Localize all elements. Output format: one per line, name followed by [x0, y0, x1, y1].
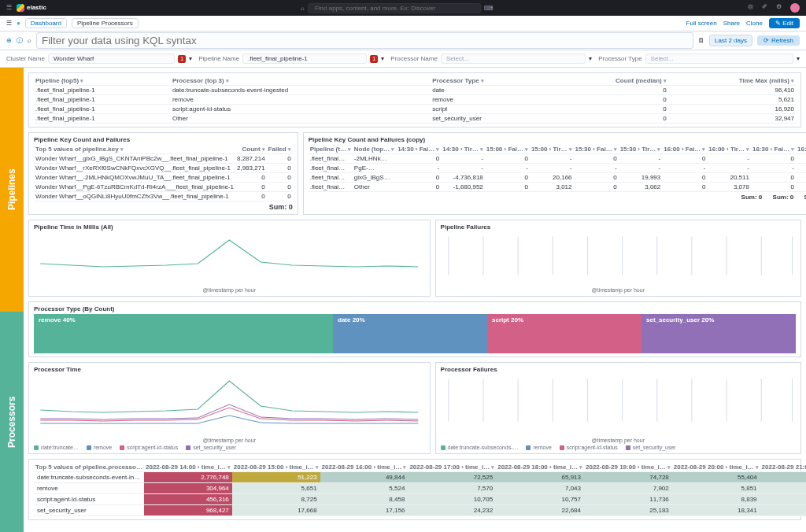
- pencil-icon: ✎: [775, 20, 782, 27]
- pipeline-keycount-table: Top 5 values of pipeline.keyCountFailedW…: [34, 145, 293, 201]
- column-header[interactable]: Pipeline (top5): [34, 76, 171, 86]
- table-row[interactable]: .fleet_final_pipeline-1Otherset_security…: [34, 114, 796, 124]
- table-row[interactable]: Wonder Wharf__-2MLHNkQMOXvwJMuU_TA__.fle…: [34, 173, 293, 183]
- info-icon[interactable]: ⓘ: [17, 36, 23, 45]
- cluster-name-label: Cluster Name: [6, 55, 45, 62]
- chevron-down-icon[interactable]: ▾: [381, 55, 384, 62]
- action-fullscreen[interactable]: Full screen: [686, 20, 717, 27]
- cluster-name-select[interactable]: Wonder Wharf: [48, 54, 175, 64]
- column-header[interactable]: 2022-08-29 20:00 › time_i…: [672, 463, 760, 472]
- processor-name-select[interactable]: Select...: [441, 54, 586, 64]
- column-header[interactable]: 2022-08-29 15:00 › time_i…: [232, 463, 320, 472]
- query-bar: ⊕ ⓘ ⌕ 🗓 Last 2 days ⟳Refresh: [0, 31, 806, 50]
- chevron-down-icon[interactable]: ▾: [589, 55, 592, 62]
- refresh-button[interactable]: ⟳Refresh: [757, 35, 800, 46]
- column-header[interactable]: 2022-08-29 19:00 › time_i…: [584, 463, 672, 472]
- column-header[interactable]: 15:00 › Fai…: [485, 145, 530, 154]
- column-header[interactable]: Top 5 values of pipeline.processor.name: [34, 463, 144, 472]
- pipeline-count-badge: 1: [370, 55, 378, 63]
- breadcrumb-dashboard[interactable]: Dashboard: [25, 18, 67, 28]
- column-header[interactable]: 2022-08-29 17:00 › time_i…: [408, 463, 496, 472]
- panel-title: Pipeline Failures: [441, 224, 796, 231]
- processor-type-panel: Processor Type (By Count) remove 40% dat…: [28, 301, 801, 357]
- panel-title: Processor Type (By Count): [34, 305, 796, 312]
- column-header[interactable]: 16:30 › Tir…: [796, 145, 806, 154]
- table-row[interactable]: Wonder Wharf__oQGlNLi8HyuU0fmCZfx3Vw__.f…: [34, 192, 293, 201]
- table-row[interactable]: script:agent-id-status456,3168,7258,4581…: [34, 494, 806, 505]
- action-edit: ✎ Edit: [769, 18, 800, 28]
- search-shortcut-icon: ⌨: [484, 5, 494, 12]
- time-range-picker[interactable]: Last 2 days: [709, 35, 752, 46]
- column-header[interactable]: 2022-08-29 16:00 › time_i…: [320, 463, 409, 472]
- nav-toggle-icon[interactable]: ☰: [6, 5, 12, 11]
- table-row[interactable]: .fleet_final_pipeline-1script:agent-id-s…: [34, 105, 796, 114]
- column-header[interactable]: 16:30 › Fai…: [751, 145, 796, 154]
- table-row[interactable]: .fleet_final…glxG_iBgS…0-4,736,818020,16…: [309, 173, 806, 183]
- processor-type-select[interactable]: Select...: [645, 54, 793, 64]
- filter-icon[interactable]: ⊕: [6, 37, 12, 44]
- column-header[interactable]: Processor (top 3): [171, 76, 431, 86]
- column-header[interactable]: 14:30 › Fai…: [396, 145, 441, 154]
- controls-row: Cluster Name Wonder Wharf 1 ▾ Pipeline N…: [0, 50, 806, 68]
- column-header[interactable]: 14:30 › Tir…: [441, 145, 485, 154]
- global-search-input[interactable]: [308, 3, 481, 13]
- help-icon[interactable]: ◎: [748, 3, 757, 13]
- search-icon: ⌕: [301, 5, 305, 12]
- action-clone[interactable]: Clone: [746, 20, 763, 27]
- pipeline-name-select[interactable]: .fleet_final_pipeline-1: [242, 54, 367, 64]
- column-header[interactable]: 15:00 › Tir…: [530, 145, 574, 154]
- processor-heatmap-table: Top 5 values of pipeline.processor.name2…: [34, 463, 806, 516]
- chevron-down-icon[interactable]: ▾: [797, 55, 800, 62]
- pipeline-failures-chart-panel: Pipeline Failures @timestamp per hour: [435, 220, 801, 297]
- table-row[interactable]: Wonder Wharf__glxG_iBgS_CKNTAniPBc2w__.f…: [34, 154, 293, 164]
- column-header[interactable]: 15:30 › Tir…: [619, 145, 663, 154]
- refresh-icon: ⟳: [763, 37, 769, 44]
- column-header[interactable]: Count (median): [550, 76, 668, 86]
- column-header[interactable]: 2022-08-29 21:00 › time_i…: [760, 463, 806, 472]
- column-header[interactable]: Failed: [267, 145, 293, 154]
- settings-icon[interactable]: ⚙: [776, 3, 786, 13]
- search-icon: ⌕: [28, 37, 31, 44]
- processor-heatmap-panel: Top 5 values of pipeline.processor.name2…: [28, 459, 801, 520]
- table-row[interactable]: Wonder Wharf__PgE-6TzuRBCmKdTd-Ri4rzA___…: [34, 183, 293, 192]
- table-row[interactable]: .fleet_final…-2MLHNk…0-0-0-0-0-0-: [309, 154, 806, 164]
- processor-name-label: Processor Name: [390, 55, 438, 62]
- column-header[interactable]: Count: [235, 145, 267, 154]
- processor-time-legend: date:truncate…removescript:agent-id-stat…: [34, 445, 425, 450]
- table-row[interactable]: date:truncate-subseconds-event-ingested2…: [34, 472, 806, 483]
- panel-title: Pipeline Key Count and Failures: [34, 136, 293, 143]
- collapse-icon[interactable]: ☰: [6, 20, 12, 27]
- pipeline-time-chart-panel: Pipeline Time in Millis (All) @timestamp…: [28, 220, 431, 297]
- newsfeed-icon[interactable]: ✐: [762, 3, 771, 13]
- column-header[interactable]: Node (top…: [353, 145, 396, 154]
- processor-failures-legend: date:truncate-subseconds-…removescript:a…: [441, 445, 796, 450]
- brand-logo[interactable]: elastic: [17, 4, 46, 12]
- pipeline-keycount-copy-table: Pipeline (t…Node (top…14:30 › Fai…14:30 …: [309, 145, 806, 192]
- processor-failures-bar-chart: [441, 375, 796, 430]
- calendar-icon[interactable]: 🗓: [698, 37, 704, 44]
- table-row[interactable]: set_security_user968,42717,66817,15624,2…: [34, 505, 806, 516]
- table-row[interactable]: .fleet_final…Other0-1,680,95203,01203,06…: [309, 183, 806, 192]
- column-header[interactable]: Processor Type: [431, 76, 550, 86]
- column-header[interactable]: 16:00 › Fai…: [662, 145, 707, 154]
- table-row[interactable]: remove304,9645,6515,5247,5707,0437,9025,…: [34, 483, 806, 494]
- pipeline-keycount-panel: Pipeline Key Count and Failures Top 5 va…: [28, 132, 298, 215]
- chevron-down-icon[interactable]: ▾: [189, 55, 192, 62]
- column-header[interactable]: Pipeline (t…: [309, 145, 353, 154]
- user-avatar[interactable]: [790, 3, 800, 13]
- column-header[interactable]: Time Max (millis): [668, 76, 796, 86]
- kql-input[interactable]: [36, 32, 693, 49]
- processor-failures-chart-panel: Processor Failures @timestamp per hour d…: [435, 362, 801, 454]
- table-row[interactable]: .fleet_final_pipeline-1removeremove05,62…: [34, 95, 796, 105]
- pipeline-name-label: Pipeline Name: [198, 55, 239, 62]
- table-row[interactable]: Wonder Wharf__rXeRXf0SwCNkFQxvcXGVQ__.fl…: [34, 164, 293, 173]
- table-row[interactable]: .fleet_final_pipeline-1date:truncate-sub…: [34, 86, 796, 95]
- column-header[interactable]: 15:30 › Fai…: [574, 145, 619, 154]
- table-row[interactable]: .fleet_final…PgE-…------------: [309, 164, 806, 173]
- column-header[interactable]: 16:00 › Tir…: [707, 145, 751, 154]
- column-header[interactable]: Top 5 values of pipeline.key: [34, 145, 235, 154]
- action-share[interactable]: Share: [723, 20, 740, 27]
- column-header[interactable]: 2022-08-29 18:00 › time_i…: [496, 463, 584, 472]
- column-header[interactable]: 2022-08-29 14:00 › time_i…: [144, 463, 232, 472]
- cluster-count-badge: 1: [178, 55, 186, 63]
